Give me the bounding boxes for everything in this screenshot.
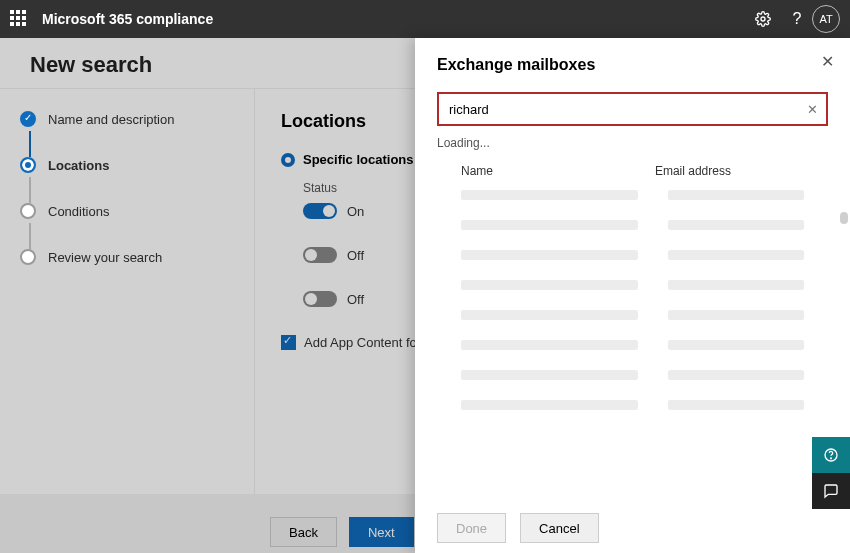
scrollbar-thumb[interactable] — [840, 212, 848, 224]
dot-icon — [20, 203, 36, 219]
col-email: Email address — [655, 164, 804, 178]
top-bar: Microsoft 365 compliance ? AT — [0, 0, 850, 38]
skeleton-row — [437, 190, 828, 200]
clear-icon[interactable]: ✕ — [807, 102, 818, 117]
cancel-button[interactable]: Cancel — [520, 513, 598, 543]
check-icon — [20, 111, 36, 127]
settings-icon[interactable] — [748, 4, 778, 34]
skeleton-row — [437, 220, 828, 230]
help-icon[interactable]: ? — [782, 4, 812, 34]
help-panel-button[interactable] — [812, 437, 850, 473]
flyout-exchange-mailboxes: ✕ Exchange mailboxes ✕ Loading... Name E… — [415, 38, 850, 553]
help-bar — [812, 437, 850, 509]
skeleton-row — [437, 250, 828, 260]
search-input-wrapper: ✕ — [437, 92, 828, 126]
done-button[interactable]: Done — [437, 513, 506, 543]
svg-point-0 — [761, 17, 765, 21]
dot-icon — [20, 249, 36, 265]
app-title: Microsoft 365 compliance — [42, 11, 744, 27]
flyout-title: Exchange mailboxes — [437, 56, 828, 74]
skeleton-row — [437, 400, 828, 410]
flyout-footer: Done Cancel — [437, 513, 599, 543]
search-input[interactable] — [449, 102, 796, 117]
col-name: Name — [461, 164, 655, 178]
app-launcher-icon[interactable] — [10, 10, 28, 28]
avatar[interactable]: AT — [812, 5, 840, 33]
loading-text: Loading... — [437, 136, 828, 150]
skeleton-row — [437, 340, 828, 350]
close-icon[interactable]: ✕ — [821, 52, 834, 71]
dot-icon — [20, 157, 36, 173]
feedback-button[interactable] — [812, 473, 850, 509]
column-headers: Name Email address — [437, 164, 828, 178]
svg-point-2 — [831, 458, 832, 459]
skeleton-row — [437, 310, 828, 320]
skeleton-row — [437, 280, 828, 290]
skeleton-row — [437, 370, 828, 380]
